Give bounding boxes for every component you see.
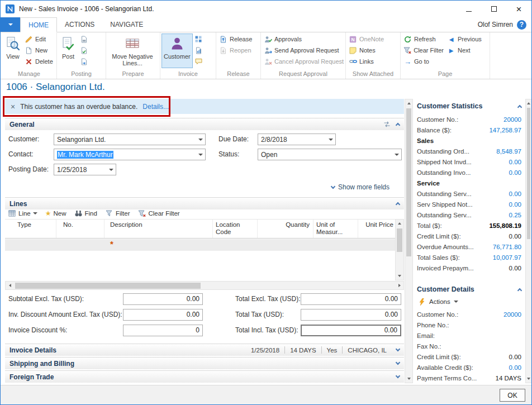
stat-value-link[interactable]: 0.00 — [509, 190, 521, 197]
stat-value-link[interactable]: 76,771.80 — [493, 244, 521, 250]
factbox-header-customer-statistics[interactable]: Customer Statistics — [413, 100, 525, 112]
scroll-up-button[interactable] — [526, 99, 531, 107]
stat-value-link[interactable]: 0.25 — [509, 212, 521, 218]
collapse-chevron-icon[interactable] — [396, 202, 400, 207]
column-header-description[interactable]: Description — [104, 220, 213, 238]
preview-posting-button[interactable] — [78, 56, 90, 67]
due-date-field[interactable]: 2/8/2018 — [258, 134, 336, 145]
chevron-down-icon[interactable] — [392, 149, 401, 160]
line-menu-button[interactable]: Line — [8, 209, 37, 217]
help-icon[interactable] — [517, 20, 526, 30]
stat-value-link[interactable]: 0.00 — [509, 169, 521, 176]
total-incl-tax-field[interactable]: 0.00 — [301, 325, 401, 336]
new-line-button[interactable]: New — [45, 209, 66, 217]
section-header-shipping-and-billing[interactable]: Shipping and Billing — [5, 357, 404, 369]
scrollbar-thumb[interactable] — [15, 283, 201, 289]
chevron-down-icon[interactable] — [326, 134, 335, 145]
move-negative-lines-button[interactable]: Move Negative Lines... — [107, 34, 158, 69]
expand-chevron-icon[interactable] — [396, 374, 400, 378]
statistics-button[interactable] — [193, 45, 205, 56]
empty-line-row[interactable] — [5, 239, 395, 251]
total-excl-tax-field[interactable]: 0.00 — [301, 293, 401, 305]
edit-button[interactable]: Edit — [23, 34, 55, 45]
clear-filter-button[interactable]: Clear Filter — [402, 45, 445, 56]
close-button[interactable] — [506, 1, 531, 17]
scroll-down-button[interactable] — [405, 375, 412, 383]
release-button[interactable]: Release — [217, 34, 254, 45]
section-header-foreign-trade[interactable]: Foreign Trade — [5, 370, 404, 383]
section-header-general[interactable]: General — [5, 118, 404, 130]
view-button[interactable]: View — [3, 34, 23, 68]
refresh-button[interactable]: Refresh — [402, 34, 445, 45]
contact-field[interactable]: Mr. Mark McArthur — [54, 149, 206, 160]
maximize-button[interactable] — [481, 1, 506, 17]
expand-chevron-icon[interactable] — [396, 360, 400, 365]
scroll-up-button[interactable] — [405, 99, 412, 107]
post-and-print-button[interactable] — [78, 34, 90, 45]
stat-value-link[interactable]: 8,548.97 — [496, 148, 521, 155]
chevron-down-icon[interactable] — [107, 164, 116, 175]
total-tax-field[interactable]: 0.00 — [301, 309, 401, 321]
expand-chevron-icon[interactable] — [396, 347, 400, 351]
next-button[interactable]: Next — [445, 45, 483, 56]
send-approval-request-button[interactable]: Send Approval Request — [262, 45, 345, 56]
scrollbar-thumb[interactable] — [527, 108, 530, 239]
tab-navigate[interactable]: NAVIGATE — [102, 17, 151, 32]
detail-value-link[interactable]: 20000 — [504, 311, 521, 318]
section-header-invoice-details[interactable]: Invoice Details 1/25/2018 14 DAYS Yes CH… — [5, 344, 404, 356]
notes-button[interactable]: Notes — [347, 45, 386, 56]
stat-value-link[interactable]: 20000 — [504, 116, 521, 123]
approvals-button[interactable]: Approvals — [262, 34, 345, 45]
tab-actions[interactable]: ACTIONS — [57, 17, 102, 32]
personalize-icon[interactable] — [383, 121, 391, 127]
stat-value-link[interactable]: 0.00 — [509, 159, 521, 165]
scroll-down-button[interactable] — [526, 375, 531, 383]
stat-value-link[interactable]: 10,007.97 — [493, 254, 521, 261]
new-button[interactable]: New — [23, 45, 55, 56]
collapse-chevron-icon[interactable] — [517, 288, 522, 292]
show-more-fields-link[interactable]: Show more fields — [331, 183, 404, 191]
factbox-header-customer-details[interactable]: Customer Details — [413, 283, 525, 296]
comments-button[interactable] — [193, 56, 205, 67]
scroll-right-button[interactable] — [395, 282, 403, 289]
customer-button[interactable]: Customer — [162, 34, 193, 68]
posting-date-field[interactable]: 1/25/2018 — [54, 164, 116, 175]
subtotal-field[interactable]: 0.00 — [123, 293, 203, 305]
previous-button[interactable]: Previous — [445, 34, 483, 45]
goto-button[interactable]: Go to — [402, 56, 445, 67]
clear-filter-button[interactable]: Clear Filter — [137, 209, 179, 217]
inv-discount-field[interactable]: 0.00 — [123, 309, 203, 321]
post-button[interactable]: Post — [58, 34, 78, 68]
stat-value-link[interactable]: 0.00 — [509, 201, 521, 208]
filter-button[interactable]: Filter — [105, 209, 130, 217]
ok-button[interactable]: OK — [500, 389, 525, 402]
collapse-chevron-icon[interactable] — [517, 104, 522, 109]
column-header-type[interactable]: Type — [5, 220, 56, 238]
column-header-quantity[interactable]: Quantity — [258, 220, 314, 238]
stat-value-link[interactable]: 147,258.97 — [489, 127, 521, 134]
scrollbar-thumb[interactable] — [406, 108, 411, 256]
scroll-up-button[interactable] — [396, 220, 403, 227]
chevron-down-icon[interactable] — [196, 134, 205, 145]
detail-value-link[interactable]: 0.00 — [509, 364, 521, 371]
actions-menu-button[interactable]: Actions — [413, 296, 525, 307]
dimensions-button[interactable] — [193, 34, 205, 45]
scroll-down-button[interactable] — [396, 272, 403, 280]
customer-field[interactable]: Selangorian Ltd. — [54, 134, 206, 145]
status-field[interactable]: Open — [258, 149, 402, 160]
column-header-no[interactable]: No. — [56, 220, 104, 238]
find-button[interactable]: Find — [74, 209, 97, 217]
collapse-chevron-icon[interactable] — [396, 123, 400, 127]
chevron-down-icon[interactable] — [196, 149, 205, 160]
links-button[interactable]: Links — [347, 56, 386, 67]
column-header-unit-price[interactable]: Unit Price — [358, 220, 395, 238]
scrollbar-thumb[interactable] — [397, 228, 402, 252]
scroll-left-button[interactable] — [6, 282, 14, 289]
delete-button[interactable]: Delete — [23, 56, 55, 67]
minimize-button[interactable] — [456, 1, 481, 17]
invoice-discount-pct-field[interactable]: 0 — [123, 325, 203, 336]
column-header-unit-of-measure[interactable]: Unit of Measur... — [314, 220, 358, 238]
test-report-button[interactable] — [78, 45, 90, 56]
section-header-lines[interactable]: Lines — [5, 197, 404, 209]
app-menu-button[interactable] — [1, 17, 20, 32]
